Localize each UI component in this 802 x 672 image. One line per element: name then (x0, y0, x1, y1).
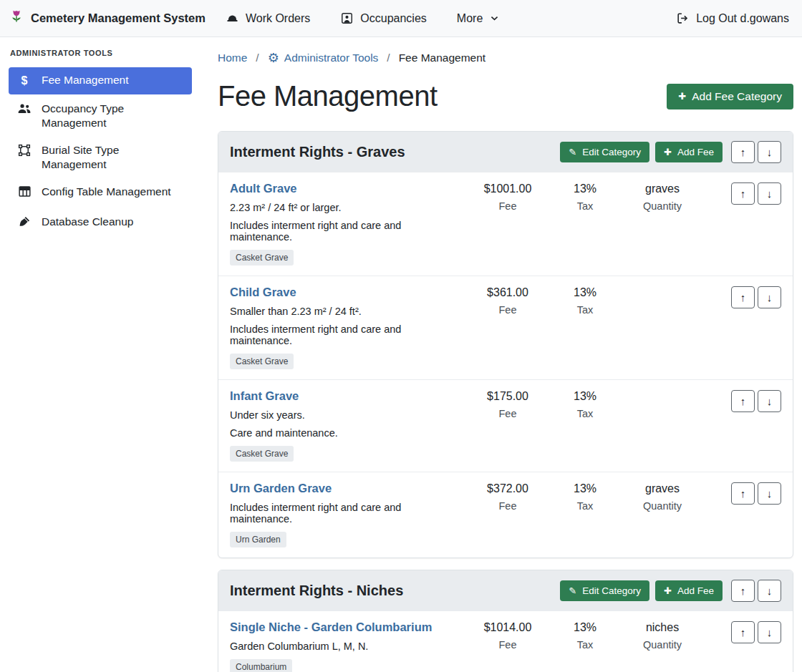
arrow-up-icon: ↑ (740, 395, 746, 407)
fee-quantity-col: niches Quantity (624, 620, 701, 651)
fee-name-link[interactable]: Urn Garden Grave (230, 482, 332, 495)
add-fee-button[interactable]: ✚ Add Fee (655, 142, 723, 162)
fee-description: Care and maintenance. (230, 427, 462, 439)
fee-description: Smaller than 2.23 m² / 24 ft². (230, 306, 462, 317)
fee-description: Garden Columbarium L, M, N. (230, 641, 462, 652)
move-fee-down-button[interactable]: ↓ (758, 286, 781, 308)
fee-tax-col: 13% Tax (546, 182, 624, 212)
broom-icon (17, 215, 32, 232)
arrow-up-icon: ↑ (740, 585, 746, 597)
logout-link[interactable]: Log Out d.gowans (676, 11, 789, 25)
arrow-down-icon: ↓ (767, 188, 773, 200)
fee-name-link[interactable]: Adult Grave (230, 182, 297, 195)
top-navbar: Cemetery Management System Work Orders O… (0, 0, 802, 37)
sidebar-heading: ADMINISTRATOR TOOLS (0, 49, 200, 66)
nav-more[interactable]: More (457, 12, 500, 25)
fee-type-badge: Columbarium (230, 659, 292, 672)
logout-icon (676, 11, 690, 25)
sidebar-item-fee-management[interactable]: $ Fee Management (9, 67, 192, 94)
sidebar-item-occupancy-type-management[interactable]: Occupancy Type Management (9, 96, 192, 136)
fee-description: Includes interment right and care and ma… (230, 323, 462, 346)
fee-row: Child Grave Smaller than 2.23 m² / 24 ft… (218, 276, 793, 380)
nav-occupancies[interactable]: Occupancies (340, 11, 427, 25)
move-fee-down-button[interactable]: ↓ (758, 182, 781, 205)
arrow-down-icon: ↓ (767, 585, 773, 597)
fee-row: Urn Garden Grave Includes interment righ… (218, 472, 793, 557)
add-fee-category-button[interactable]: ✚ Add Fee Category (667, 84, 793, 109)
move-fee-up-button[interactable]: ↑ (731, 482, 755, 505)
fee-quantity-col (624, 389, 701, 390)
edit-category-button[interactable]: ✎ Edit Category (560, 580, 649, 601)
fee-type-badge: Casket Grave (230, 354, 294, 369)
fee-info: Adult Grave 2.23 m² / 24 ft² or larger. … (230, 182, 469, 266)
category-title: Interment Rights - Niches (230, 583, 554, 599)
app-logo-icon (9, 9, 24, 28)
fee-type-badge: Casket Grave (230, 250, 294, 266)
edit-category-button[interactable]: ✎ Edit Category (560, 142, 649, 162)
fee-amount-col: $175.00 Fee (469, 389, 546, 419)
plus-icon: ✚ (664, 586, 672, 595)
fee-name-link[interactable]: Child Grave (230, 286, 296, 298)
pencil-icon: ✎ (569, 586, 576, 595)
person-frame-icon (340, 11, 354, 25)
sidebar-item-burial-site-type-management[interactable]: Burial Site Type Management (9, 137, 192, 177)
arrow-down-icon: ↓ (767, 291, 773, 303)
category-header: Interment Rights - Graves ✎ Edit Categor… (218, 132, 793, 172)
fee-amount-col: $372.00 Fee (469, 482, 546, 512)
fee-tax-col: 13% Tax (546, 286, 624, 316)
gear-icon: ⚙ (268, 52, 279, 64)
breadcrumb-separator: / (256, 52, 259, 64)
sidebar: ADMINISTRATOR TOOLS $ Fee Management Occ… (0, 37, 200, 672)
fee-category-card-graves: Interment Rights - Graves ✎ Edit Categor… (218, 131, 793, 558)
app-brand: Cemetery Management System (9, 9, 206, 28)
arrow-down-icon: ↓ (767, 395, 773, 407)
move-fee-up-button[interactable]: ↑ (731, 390, 755, 412)
move-fee-up-button[interactable]: ↑ (731, 621, 755, 643)
move-fee-down-button[interactable]: ↓ (758, 482, 781, 505)
vector-square-icon (17, 144, 32, 160)
move-fee-up-button[interactable]: ↑ (731, 182, 755, 205)
move-category-down-button[interactable]: ↓ (758, 580, 781, 602)
dollar-icon: $ (17, 74, 32, 89)
fee-info: Urn Garden Grave Includes interment righ… (230, 482, 469, 547)
arrow-down-icon: ↓ (767, 626, 773, 638)
breadcrumb-admin-tools-link[interactable]: ⚙ Administrator Tools (268, 52, 379, 64)
fee-row: Infant Grave Under six years. Care and m… (218, 380, 793, 472)
arrow-up-icon: ↑ (740, 626, 746, 638)
add-fee-button[interactable]: ✚ Add Fee (655, 580, 723, 601)
plus-icon: ✚ (678, 92, 686, 101)
arrow-up-icon: ↑ (740, 291, 746, 303)
fee-info: Infant Grave Under six years. Care and m… (230, 389, 469, 462)
breadcrumb-home-link[interactable]: Home (218, 52, 247, 64)
fee-tax-col: 13% Tax (546, 389, 624, 419)
breadcrumb-current: Fee Management (399, 52, 486, 64)
fee-tax-col: 13% Tax (546, 620, 624, 651)
fee-name-link[interactable]: Infant Grave (230, 389, 299, 402)
fee-name-link[interactable]: Single Niche - Garden Columbarium (230, 620, 432, 633)
move-fee-down-button[interactable]: ↓ (758, 390, 781, 412)
fee-info: Single Niche - Garden Columbarium Garden… (230, 620, 469, 672)
main-nav: Work Orders Occupancies More (226, 11, 500, 25)
chevron-down-icon (489, 13, 500, 24)
page-title: Fee Management (218, 80, 438, 112)
fee-category-card-niches: Interment Rights - Niches ✎ Edit Categor… (218, 570, 793, 672)
move-fee-down-button[interactable]: ↓ (758, 621, 781, 643)
move-category-down-button[interactable]: ↓ (758, 141, 781, 163)
move-category-up-button[interactable]: ↑ (731, 141, 755, 163)
nav-work-orders[interactable]: Work Orders (226, 11, 310, 25)
sidebar-item-config-table-management[interactable]: Config Table Management (9, 179, 192, 207)
move-fee-up-button[interactable]: ↑ (731, 286, 755, 308)
fee-quantity-col (624, 286, 701, 286)
arrow-down-icon: ↓ (767, 487, 773, 500)
fee-type-badge: Urn Garden (230, 532, 286, 547)
fee-quantity-col: graves Quantity (624, 182, 701, 212)
fee-tax-col: 13% Tax (546, 482, 624, 512)
people-icon (17, 102, 32, 118)
plus-icon: ✚ (664, 147, 672, 157)
fee-amount-col: $1001.00 Fee (469, 182, 546, 212)
fee-row: Single Niche - Garden Columbarium Garden… (218, 611, 793, 672)
move-category-up-button[interactable]: ↑ (731, 580, 755, 602)
fee-description: Includes interment right and care and ma… (230, 502, 462, 525)
sidebar-item-database-cleanup[interactable]: Database Cleanup (9, 209, 192, 238)
app-title: Cemetery Management System (31, 11, 206, 25)
